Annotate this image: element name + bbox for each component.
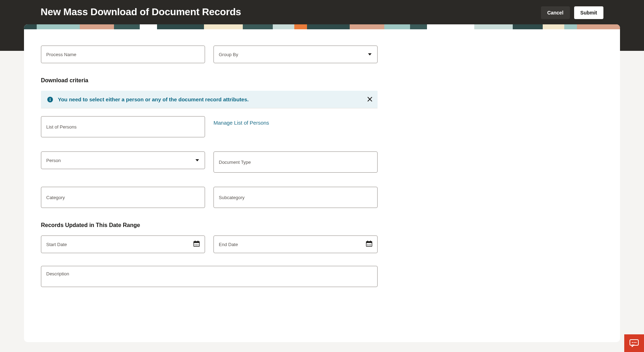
form-card: Process Name Group By Download criteria … <box>24 24 620 51</box>
page-title: New Mass Download of Document Records <box>41 6 241 18</box>
group-by-select[interactable]: Group By <box>213 46 378 51</box>
cancel-button[interactable]: Cancel <box>541 6 570 19</box>
process-name-input[interactable]: Process Name <box>41 46 205 51</box>
decorative-strip <box>24 24 620 29</box>
submit-button[interactable]: Submit <box>574 6 603 19</box>
header-actions: Cancel Submit <box>541 6 603 19</box>
